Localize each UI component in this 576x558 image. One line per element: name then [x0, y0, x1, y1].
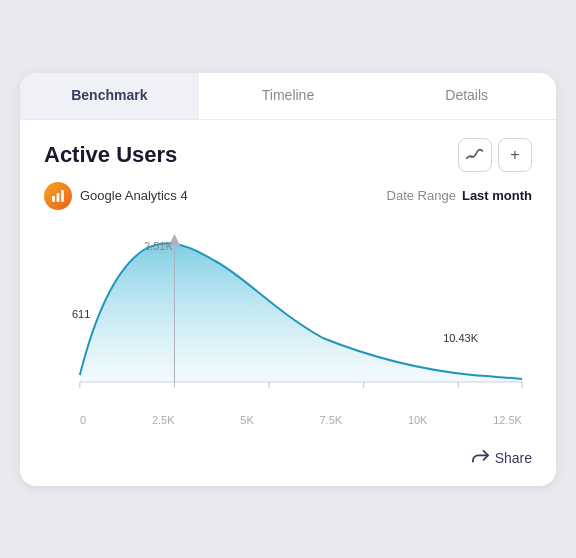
- svg-rect-3: [61, 190, 64, 202]
- add-metric-button[interactable]: +: [498, 138, 532, 172]
- chart-type-button[interactable]: [458, 138, 492, 172]
- source-info: Google Analytics 4: [44, 182, 188, 210]
- x-label-10k: 10K: [408, 414, 428, 426]
- chart-svg: [44, 220, 532, 410]
- start-annotation: 611: [72, 308, 90, 320]
- icon-buttons: +: [458, 138, 532, 172]
- main-card: Benchmark Timeline Details Active Users …: [20, 73, 556, 486]
- x-label-0: 0: [80, 414, 86, 426]
- peak-annotation: 2.51K: [144, 240, 173, 252]
- chart-area-fill: [80, 243, 522, 382]
- x-label-2_5k: 2.5K: [152, 414, 175, 426]
- date-range-value[interactable]: Last month: [462, 188, 532, 203]
- tab-details[interactable]: Details: [377, 73, 556, 119]
- x-axis-labels: 0 2.5K 5K 7.5K 10K 12.5K: [44, 410, 532, 426]
- x-label-12_5k: 12.5K: [493, 414, 522, 426]
- header-row: Active Users +: [44, 138, 532, 172]
- share-label: Share: [495, 450, 532, 466]
- x-label-7_5k: 7.5K: [319, 414, 342, 426]
- chart-icon: [466, 148, 484, 162]
- svg-rect-2: [57, 193, 60, 202]
- ga-icon: [44, 182, 72, 210]
- source-name: Google Analytics 4: [80, 188, 188, 203]
- page-title: Active Users: [44, 142, 177, 168]
- analytics-icon: [51, 189, 65, 203]
- card-content: Active Users +: [20, 120, 556, 440]
- date-range-row: Date Range Last month: [387, 188, 532, 203]
- x-label-5k: 5K: [240, 414, 253, 426]
- share-row[interactable]: Share: [20, 440, 556, 470]
- tab-bar: Benchmark Timeline Details: [20, 73, 556, 120]
- add-icon: +: [510, 147, 519, 163]
- source-row: Google Analytics 4 Date Range Last month: [44, 182, 532, 210]
- date-range-label: Date Range: [387, 188, 456, 203]
- share-icon: [471, 450, 489, 466]
- end-annotation: 10.43K: [443, 332, 478, 344]
- svg-point-0: [471, 155, 473, 157]
- tab-timeline[interactable]: Timeline: [199, 73, 378, 119]
- svg-rect-1: [52, 196, 55, 202]
- tab-benchmark[interactable]: Benchmark: [20, 73, 199, 119]
- chart-area: 2.51K 611 10.43K: [44, 220, 532, 440]
